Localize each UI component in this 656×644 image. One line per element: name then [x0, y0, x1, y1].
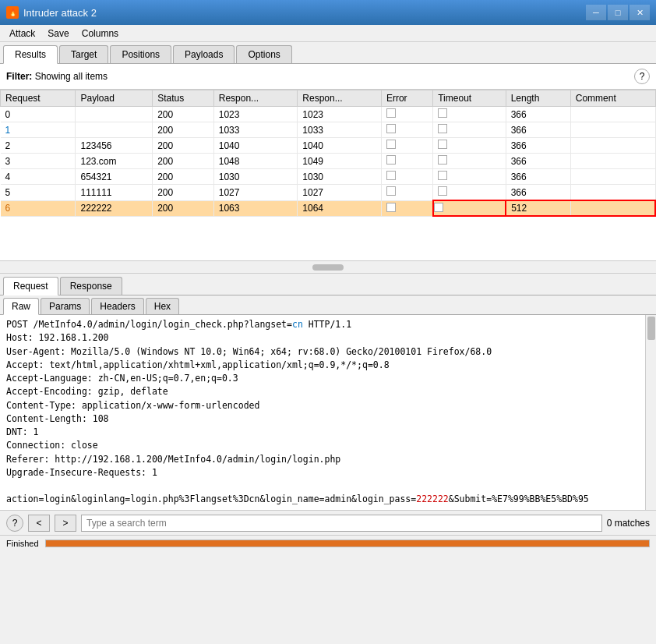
table-cell: 1030 [213, 169, 298, 185]
filter-help-button[interactable]: ? [634, 69, 650, 84]
table-cell: 366 [506, 107, 570, 122]
table-checkbox[interactable] [386, 124, 396, 133]
table-cell: 111111 [76, 185, 153, 201]
table-checkbox[interactable] [386, 186, 396, 196]
req-line-9: DNT: 1 [6, 426, 650, 439]
table-cell [433, 185, 506, 201]
table-cell: 366 [506, 169, 570, 185]
table-cell: 200 [153, 169, 214, 185]
table-cell: 200 [153, 107, 214, 122]
table-checkbox[interactable] [438, 186, 447, 196]
table-cell: 1 [1, 122, 76, 138]
table-cell [433, 200, 506, 216]
table-row[interactable]: 511111120010271027366 [1, 185, 656, 201]
inner-tab-raw[interactable]: Raw [3, 298, 39, 315]
sub-tab-request[interactable]: Request [3, 277, 58, 295]
table-cell: 1033 [298, 122, 382, 138]
table-row[interactable]: 212345620010401040366 [1, 138, 656, 154]
table-cell: 6 [1, 200, 76, 216]
menu-attack[interactable]: Attack [3, 27, 41, 41]
tab-results[interactable]: Results [3, 45, 58, 64]
h-scrollbar[interactable] [312, 264, 344, 271]
tab-payloads[interactable]: Payloads [173, 45, 235, 63]
table-row[interactable]: 465432120010301030366 [1, 169, 656, 185]
tab-target[interactable]: Target [59, 45, 108, 63]
table-row[interactable]: 120010331033366 [1, 122, 656, 138]
col-status: Status [153, 90, 214, 107]
table-cell [433, 122, 506, 138]
req-action-post: &Submit=%E7%99%BB%E5%BD%95 [449, 494, 589, 504]
table-checkbox[interactable] [438, 155, 447, 165]
inner-tab-hex[interactable]: Hex [146, 298, 179, 314]
tab-positions[interactable]: Positions [110, 45, 171, 63]
table-cell [570, 185, 655, 201]
results-table: Request Payload Status Respon... Respon.… [0, 90, 656, 217]
table-checkbox[interactable] [434, 203, 443, 212]
sub-tab-response[interactable]: Response [60, 277, 122, 295]
table-checkbox[interactable] [438, 171, 447, 180]
table-cell: 1048 [213, 154, 298, 169]
table-cell [570, 200, 655, 216]
table-cell: 200 [153, 200, 214, 216]
minimize-button[interactable]: ─ [586, 5, 606, 20]
maximize-button[interactable]: □ [608, 5, 628, 20]
request-scrollbar[interactable] [645, 315, 656, 510]
req-line-3: User-Agent: Mozilla/5.0 (Windows NT 10.0… [6, 345, 650, 359]
table-cell: 222222 [76, 200, 153, 216]
table-cell [76, 122, 153, 138]
table-cell: 200 [153, 185, 214, 201]
table-checkbox[interactable] [386, 171, 396, 180]
search-next-button[interactable]: > [55, 515, 76, 532]
table-cell [570, 154, 655, 169]
table-cell [381, 200, 432, 216]
window-controls: ─ □ ✕ [586, 5, 650, 20]
table-cell: 1040 [213, 138, 298, 154]
table-checkbox[interactable] [386, 155, 396, 165]
tab-options[interactable]: Options [236, 45, 291, 63]
status-progress-bar [45, 540, 650, 547]
table-checkbox[interactable] [438, 140, 447, 149]
results-table-container[interactable]: Request Payload Status Respon... Respon.… [0, 90, 656, 261]
table-cell [381, 138, 432, 154]
close-button[interactable]: ✕ [630, 5, 650, 20]
filter-label: Filter: Showing all items [6, 71, 108, 82]
table-row[interactable]: 622222220010631064512 [1, 200, 656, 216]
table-cell [570, 107, 655, 122]
table-scroll-area[interactable] [0, 261, 656, 274]
table-cell: 3 [1, 154, 76, 169]
inner-tab-headers[interactable]: Headers [91, 298, 143, 314]
table-cell: 1040 [298, 138, 382, 154]
table-cell [381, 122, 432, 138]
table-checkbox[interactable] [386, 140, 396, 149]
inner-tab-params[interactable]: Params [41, 298, 90, 314]
table-cell: 2 [1, 138, 76, 154]
menu-save[interactable]: Save [41, 27, 75, 41]
table-cell [570, 138, 655, 154]
title-bar: 🔥 Intruder attack 2 ─ □ ✕ [0, 0, 656, 25]
scrollbar-thumb [647, 317, 655, 340]
table-cell [381, 169, 432, 185]
request-content[interactable]: POST /MetInfo4.0/admin/login/login_check… [0, 315, 656, 510]
col-resp1: Respon... [213, 90, 298, 107]
table-cell: 5 [1, 185, 76, 201]
table-checkbox[interactable] [386, 108, 396, 118]
table-cell: 123456 [76, 138, 153, 154]
req-line-10: Connection: close [6, 439, 650, 452]
table-row[interactable]: 3123.com20010481049366 [1, 154, 656, 169]
table-checkbox[interactable] [386, 203, 396, 212]
col-comment: Comment [570, 90, 655, 107]
col-resp2: Respon... [298, 90, 382, 107]
search-input[interactable] [81, 515, 602, 532]
table-cell: 123.com [76, 154, 153, 169]
table-cell: 1023 [213, 107, 298, 122]
table-checkbox[interactable] [438, 124, 447, 133]
table-cell: 200 [153, 122, 214, 138]
search-help-button[interactable]: ? [6, 515, 23, 532]
search-prev-button[interactable]: < [28, 515, 50, 532]
table-cell: 1023 [298, 107, 382, 122]
table-checkbox[interactable] [438, 108, 447, 118]
table-row[interactable]: 020010231023366 [1, 107, 656, 122]
table-cell [570, 169, 655, 185]
menu-columns[interactable]: Columns [76, 27, 125, 41]
table-cell [570, 122, 655, 138]
